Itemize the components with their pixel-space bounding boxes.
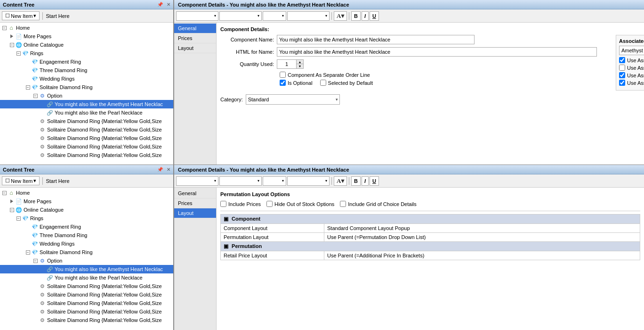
tree-item-solitaire-b[interactable]: − 💎 Solitaire Diamond Ring xyxy=(0,248,173,256)
tree-item-three-diamond-b[interactable]: 💎 Three Diamond Ring xyxy=(0,231,173,239)
is-optional-label[interactable]: Is Optional xyxy=(280,80,313,86)
btoolbar-dropdown2[interactable]: ▾ xyxy=(219,176,262,186)
use-tax-checkbox[interactable] xyxy=(619,65,625,71)
tree-item-amethyst[interactable]: 🔗 You might also like the Amethyst Heart… xyxy=(0,100,173,108)
tree-item-sol4-b[interactable]: ⚙ Solitaire Diamond Ring {Material:Yello… xyxy=(0,307,173,316)
tree-item-amethyst-b[interactable]: 🔗 You might also like the Amethyst Heart… xyxy=(0,265,173,273)
component-collapse-icon[interactable]: ▣ xyxy=(224,216,228,222)
expand-solitaire[interactable]: − xyxy=(24,84,31,91)
tree-item-sol3-b[interactable]: ⚙ Solitaire Diamond Ring {Material:Yello… xyxy=(0,299,173,307)
tree-item-online-catalogue[interactable]: − 🌐 Online Catalogue xyxy=(0,41,173,49)
tree-item-sol1[interactable]: ⚙ Solitaire Diamond Ring {Material:Yello… xyxy=(0,117,173,125)
include-grid-label[interactable]: Include Grid of Choice Details xyxy=(340,201,417,207)
include-prices-label[interactable]: Include Prices xyxy=(220,201,261,207)
tree-item-option-b[interactable]: − ⚙ Option xyxy=(0,256,173,265)
expand-online-catalogue[interactable]: − xyxy=(8,41,15,48)
quantity-input-wrap[interactable]: ▲ ▼ xyxy=(277,59,304,69)
tree-item-sol5[interactable]: ⚙ Solitaire Diamond Ring {Material:Yello… xyxy=(0,151,173,159)
new-item-button-bottom[interactable]: ☐ New Item ▾ xyxy=(2,176,40,185)
selected-by-default-label[interactable]: Selected by Default xyxy=(320,80,373,86)
tree-item-three-diamond[interactable]: 💎 Three Diamond Ring xyxy=(0,66,173,74)
use-prices-row[interactable]: Use Associated Product Prices xyxy=(619,57,644,63)
close-icon[interactable]: ✕ xyxy=(167,2,170,7)
tree-item-pearl-b[interactable]: 🔗 You might also like the Pearl Necklace xyxy=(0,273,173,282)
tree-item-home[interactable]: − Home xyxy=(0,24,173,32)
btoolbar-dropdown4[interactable]: ▾ xyxy=(287,176,330,186)
tree-item-sol4[interactable]: ⚙ Solitaire Diamond Ring {Material:Yello… xyxy=(0,142,173,151)
component-separate-label[interactable]: Component As Separate Order Line xyxy=(280,72,597,78)
permutation-collapse-icon[interactable]: ▣ xyxy=(224,243,228,249)
btoolbar-dropdown3[interactable]: ▾ xyxy=(263,176,286,186)
category-select[interactable]: Standard xyxy=(246,94,340,105)
use-tax-row[interactable]: Use Associated Product Tax xyxy=(619,65,644,71)
pin-icon[interactable]: 📌 xyxy=(157,2,163,7)
expand-option-b[interactable]: − xyxy=(32,257,39,264)
font-color-button[interactable]: A▾ xyxy=(334,11,347,21)
tree-item-wedding[interactable]: 💎 Wedding Rings xyxy=(0,74,173,83)
close-icon-bottom[interactable]: ✕ xyxy=(167,167,170,172)
tree-item-more-pages[interactable]: 📄 More Pages xyxy=(0,32,173,41)
tree-item-wedding-b[interactable]: 💎 Wedding Rings xyxy=(0,239,173,248)
bitalic-button[interactable]: I xyxy=(362,176,369,186)
tree-item-sol1-b[interactable]: ⚙ Solitaire Diamond Ring {Material:Yello… xyxy=(0,282,173,290)
use-name-row[interactable]: Use Associated Product Name xyxy=(619,72,644,78)
bfont-color-button[interactable]: A▾ xyxy=(334,176,347,186)
expand-option[interactable]: − xyxy=(32,92,39,99)
toolbar-dropdown4[interactable]: ▾ xyxy=(287,11,330,21)
toolbar-dropdown2[interactable]: ▾ xyxy=(219,11,262,21)
use-prices-checkbox[interactable] xyxy=(619,57,625,63)
component-separate-checkbox[interactable] xyxy=(280,72,286,78)
btoolbar-dropdown1[interactable]: ▾ xyxy=(176,176,218,186)
expand-more-pages-b[interactable] xyxy=(8,198,15,205)
expand-home-b[interactable]: − xyxy=(1,190,8,196)
tree-item-option[interactable]: − ⚙ Option xyxy=(0,91,173,100)
hide-out-stock-checkbox[interactable] xyxy=(266,201,273,207)
tree-item-sol5-b[interactable]: ⚙ Solitaire Diamond Ring {Material:Yello… xyxy=(0,316,173,324)
btab-layout[interactable]: Layout xyxy=(174,208,216,218)
use-shipping-row[interactable]: Use Associated Product Shipping xyxy=(619,80,644,86)
qty-up-btn[interactable]: ▲ xyxy=(297,60,303,64)
tree-item-engagement-b[interactable]: 💎 Engagement Ring xyxy=(0,223,173,231)
hide-out-stock-label[interactable]: Hide Out of Stock Options xyxy=(266,201,334,207)
tree-item-rings[interactable]: − 💎 Rings xyxy=(0,49,173,58)
expand-catalogue-b[interactable]: − xyxy=(8,206,15,213)
tab-prices[interactable]: Prices xyxy=(174,33,216,43)
tree-item-sol2-b[interactable]: ⚙ Solitaire Diamond Ring {Material:Yello… xyxy=(0,290,173,299)
pin-icon-bottom[interactable]: 📌 xyxy=(157,167,163,172)
associated-product-input[interactable] xyxy=(619,46,644,55)
underline-button[interactable]: U xyxy=(370,11,379,21)
bbold-button[interactable]: B xyxy=(351,176,361,186)
expand-home[interactable]: − xyxy=(1,25,8,31)
tree-item-more-pages-b[interactable]: 📄 More Pages xyxy=(0,197,173,206)
tab-layout[interactable]: Layout xyxy=(174,43,216,53)
include-grid-checkbox[interactable] xyxy=(340,201,346,207)
toolbar-dropdown1[interactable]: ▾ xyxy=(176,11,218,21)
html-name-input[interactable] xyxy=(277,47,597,57)
tree-item-rings-b[interactable]: − 💎 Rings xyxy=(0,214,173,223)
include-prices-checkbox[interactable] xyxy=(220,201,226,207)
tree-item-sol3[interactable]: ⚙ Solitaire Diamond Ring {Material:Yello… xyxy=(0,134,173,142)
btab-general[interactable]: General xyxy=(174,189,216,198)
use-name-checkbox[interactable] xyxy=(619,72,625,78)
use-shipping-checkbox[interactable] xyxy=(619,80,625,86)
bold-button[interactable]: B xyxy=(351,11,361,21)
expand-rings[interactable]: − xyxy=(15,50,22,57)
tab-general[interactable]: General xyxy=(174,24,216,33)
expand-solitaire-b[interactable]: − xyxy=(24,249,31,256)
new-item-button[interactable]: ☐ New Item ▾ xyxy=(2,11,40,20)
bunderline-button[interactable]: U xyxy=(370,176,379,186)
tree-item-engagement[interactable]: 💎 Engagement Ring xyxy=(0,58,173,66)
tree-item-sol2[interactable]: ⚙ Solitaire Diamond Ring {Material:Yello… xyxy=(0,125,173,134)
tree-item-pearl[interactable]: 🔗 You might also like the Pearl Necklace xyxy=(0,108,173,117)
is-optional-checkbox[interactable] xyxy=(280,80,286,86)
italic-button[interactable]: I xyxy=(362,11,369,21)
expand-rings-b[interactable]: − xyxy=(15,215,22,222)
expand-more-pages[interactable] xyxy=(8,33,15,40)
tree-item-home-b[interactable]: − Home xyxy=(0,189,173,197)
selected-by-default-checkbox[interactable] xyxy=(320,80,326,86)
toolbar-dropdown3[interactable]: ▾ xyxy=(263,11,286,21)
qty-down-btn[interactable]: ▼ xyxy=(297,64,303,68)
tree-item-catalogue-b[interactable]: − 🌐 Online Catalogue xyxy=(0,206,173,214)
component-name-input[interactable] xyxy=(277,35,475,44)
quantity-input[interactable] xyxy=(277,60,296,68)
